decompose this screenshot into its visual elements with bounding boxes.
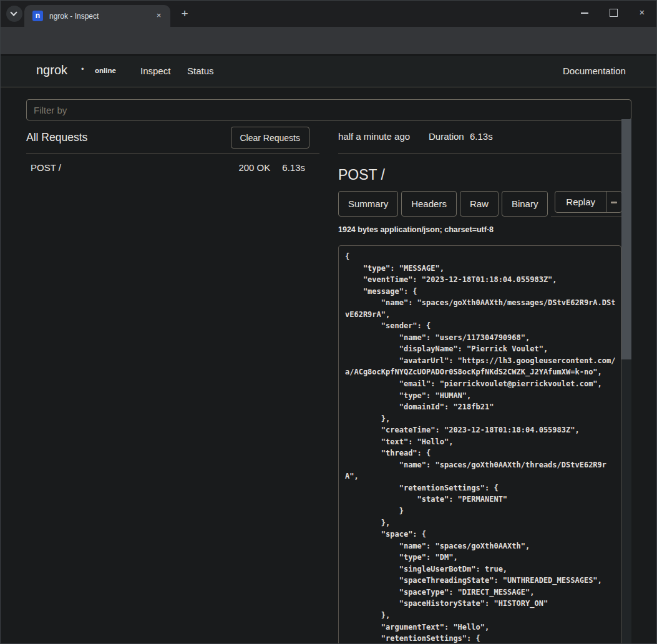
filter-field-wrap bbox=[26, 99, 631, 120]
tabs-filler: Replay bbox=[551, 191, 621, 217]
tab-summary[interactable]: Summary bbox=[338, 191, 398, 217]
content-type-meta: 1924 bytes application/json; charset=utf… bbox=[338, 225, 494, 234]
replay-button[interactable]: Replay bbox=[555, 192, 606, 212]
replay-button-group: Replay bbox=[555, 191, 622, 213]
request-body-json: { "type": "MESSAGE", "eventTime": "2023-… bbox=[345, 251, 615, 644]
clear-requests-button[interactable]: Clear Requests bbox=[231, 127, 310, 149]
window-close-button[interactable]: × bbox=[628, 1, 656, 26]
tab-binary[interactable]: Binary bbox=[502, 191, 548, 217]
window-controls: × bbox=[570, 1, 656, 26]
window-minimize-button[interactable] bbox=[570, 1, 599, 26]
requests-divider bbox=[26, 154, 319, 154]
nav-item-documentation[interactable]: Documentation bbox=[563, 66, 626, 76]
tab-raw[interactable]: Raw bbox=[460, 191, 499, 217]
filter-input[interactable] bbox=[26, 99, 631, 120]
browser-tab[interactable]: n ngrok - Inspect × bbox=[24, 5, 170, 27]
tab-title: ngrok - Inspect bbox=[49, 12, 153, 21]
browser-toolbar: ← → ⓘ 127.0.0.1:4040/inspect/http ☆ ⋮ bbox=[1, 27, 656, 54]
request-relative-time: half a minute ago bbox=[338, 131, 410, 142]
browser-window: n ngrok - Inspect × + × ← → ⓘ 127.0.0.1:… bbox=[0, 0, 657, 644]
request-row-right: 200 OK 6.13s bbox=[238, 162, 305, 173]
tab-strip: n ngrok - Inspect × + × bbox=[1, 1, 656, 27]
duration-label: Duration bbox=[429, 131, 464, 142]
tab-search-button[interactable] bbox=[6, 6, 22, 22]
request-row[interactable]: POST / 200 OK 6.13s bbox=[26, 157, 319, 178]
detail-title: POST / bbox=[338, 167, 385, 183]
request-method-path: POST / bbox=[31, 162, 61, 173]
window-maximize-button[interactable] bbox=[599, 1, 628, 26]
tab-close-icon[interactable]: × bbox=[153, 11, 164, 21]
nav-item-status[interactable]: Status bbox=[187, 66, 214, 76]
ngrok-favicon-icon: n bbox=[32, 11, 43, 21]
detail-scrollbar-thumb[interactable] bbox=[621, 119, 631, 359]
request-duration: 6.13s bbox=[282, 162, 305, 173]
tab-headers[interactable]: Headers bbox=[401, 191, 457, 217]
status-badge: online bbox=[95, 67, 116, 74]
request-body-box: { "type": "MESSAGE", "eventTime": "2023-… bbox=[338, 245, 621, 644]
detail-scrollbar-track[interactable] bbox=[621, 119, 631, 644]
ngrok-navbar: ngrok • online Inspect Status Documentat… bbox=[1, 56, 656, 87]
duration-value: 6.13s bbox=[470, 131, 493, 142]
chevron-down-icon bbox=[10, 9, 17, 16]
replay-dropdown-icon bbox=[611, 202, 617, 203]
replay-dropdown-toggle[interactable] bbox=[606, 192, 621, 212]
nav-item-inspect[interactable]: Inspect bbox=[140, 66, 170, 76]
ngrok-page: ngrok • online Inspect Status Documentat… bbox=[1, 56, 656, 644]
brand-logo[interactable]: ngrok bbox=[36, 63, 67, 77]
new-tab-button[interactable]: + bbox=[177, 7, 192, 22]
detail-tabs: Summary Headers Raw Binary Replay bbox=[338, 191, 621, 217]
status-dot-icon: • bbox=[81, 64, 84, 74]
request-status: 200 OK bbox=[238, 162, 270, 173]
requests-panel-title: All Requests bbox=[26, 131, 87, 144]
detail-divider bbox=[338, 154, 621, 154]
